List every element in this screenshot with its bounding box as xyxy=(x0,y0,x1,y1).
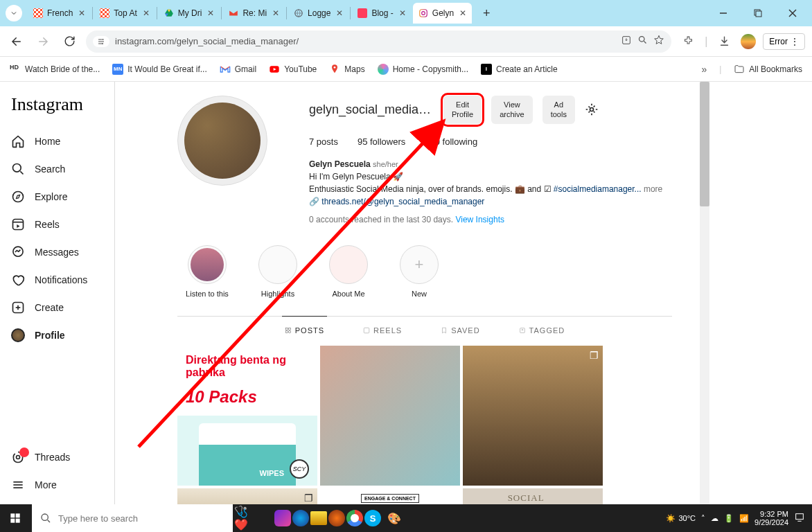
tab-posts[interactable]: POSTS xyxy=(282,316,327,344)
new-tab-button[interactable]: + xyxy=(477,4,495,22)
bookmark-maps[interactable]: Maps xyxy=(329,64,364,75)
profile-picture[interactable]: Note... xyxy=(177,96,267,186)
highlight-about[interactable]: About Me xyxy=(326,245,371,298)
tray-wifi-icon[interactable]: 📶 xyxy=(739,514,749,523)
maximize-button[interactable] xyxy=(744,3,772,24)
nav-messages[interactable]: Messages xyxy=(6,238,109,266)
highlight-highlights[interactable]: Highlights xyxy=(255,245,301,298)
error-button[interactable]: Error ⋮ xyxy=(763,33,805,50)
extensions-button[interactable] xyxy=(678,32,698,51)
nav-more[interactable]: More xyxy=(6,471,109,499)
zoom-icon[interactable] xyxy=(637,35,648,48)
tab-instagram-active[interactable]: Gelyn✕ xyxy=(413,3,472,24)
settings-gear-icon[interactable] xyxy=(585,103,599,116)
nav-notifications[interactable]: Notifications xyxy=(6,266,109,294)
tab-tagged[interactable]: TAGGED xyxy=(516,317,568,344)
highlight-new[interactable]: +New xyxy=(396,245,442,298)
nav-reels[interactable]: Reels xyxy=(6,211,109,238)
close-icon[interactable]: ✕ xyxy=(207,8,214,18)
downloads-button[interactable] xyxy=(714,32,734,51)
nav-explore[interactable]: Explore xyxy=(6,183,109,211)
instagram-logo[interactable]: Instagram xyxy=(6,91,109,127)
nav-create[interactable]: Create xyxy=(6,294,109,321)
tab-gmail[interactable]: Re: Mi✕ xyxy=(223,3,285,24)
taskbar-health-icon[interactable]: 🩺❤️ xyxy=(234,506,258,530)
post-5[interactable]: ENGAGE & CONNECTWITH xyxy=(320,488,460,504)
tray-battery-icon[interactable]: 🔋 xyxy=(724,514,734,523)
bookmarks-overflow[interactable]: » xyxy=(701,64,707,75)
close-icon[interactable]: ✕ xyxy=(78,8,85,18)
stat-posts[interactable]: 7 posts xyxy=(309,136,338,147)
profile-avatar-button[interactable] xyxy=(741,34,756,49)
bookmark-article[interactable]: ICreate an Article xyxy=(481,64,558,75)
nav-profile[interactable]: Profile xyxy=(6,321,109,349)
bookmark-great[interactable]: MNIt Would Be Great if... xyxy=(112,64,207,75)
bio-more[interactable]: more xyxy=(644,184,662,194)
close-icon[interactable]: ✕ xyxy=(336,8,343,18)
ad-tools-button[interactable]: Ad tools xyxy=(542,96,575,124)
view-insights-link[interactable]: View Insights xyxy=(455,215,504,224)
post-2[interactable] xyxy=(320,346,460,486)
taskbar-copilot-icon[interactable] xyxy=(274,510,291,526)
back-button[interactable] xyxy=(7,32,26,51)
view-archive-button[interactable]: View archive xyxy=(491,96,532,124)
bio-hashtag[interactable]: #socialmediamanager... xyxy=(554,184,642,194)
close-window-button[interactable] xyxy=(779,3,806,24)
taskbar-explorer-icon[interactable] xyxy=(310,511,327,525)
tab-logged[interactable]: Logge✕ xyxy=(288,3,348,24)
tab-blog[interactable]: Blog -✕ xyxy=(352,3,411,24)
post-4[interactable]: ❐ xyxy=(177,488,317,504)
taskbar-paint-icon[interactable]: 🎨 xyxy=(382,506,406,530)
youtube-icon xyxy=(269,64,280,75)
close-icon[interactable]: ✕ xyxy=(143,8,150,18)
close-icon[interactable]: ✕ xyxy=(459,8,466,18)
bio-link[interactable]: threads.net/@gelyn_social_media_manager xyxy=(321,197,484,206)
post-3[interactable]: ❐ xyxy=(463,346,603,486)
close-icon[interactable]: ✕ xyxy=(399,8,406,18)
tab-reels[interactable]: REELS xyxy=(360,317,405,344)
reload-button[interactable] xyxy=(60,32,79,51)
minimize-button[interactable] xyxy=(709,3,737,24)
tab-french[interactable]: French✕ xyxy=(28,3,91,24)
address-bar[interactable]: instagram.com/gelyn_social_media_manager… xyxy=(86,30,671,53)
bookmark-youtube[interactable]: YouTube xyxy=(269,64,317,75)
post-1[interactable]: Direktang benta ng pabrika10 PacksWIPESS… xyxy=(177,346,317,486)
highlight-listen[interactable]: Listen to this xyxy=(184,245,230,298)
note-bubble[interactable]: Note... xyxy=(177,96,202,105)
taskbar-clock[interactable]: 9:32 PM9/29/2024 xyxy=(754,510,788,526)
tray-notifications-icon[interactable] xyxy=(794,512,805,524)
drive-icon xyxy=(164,8,174,18)
tab-top[interactable]: Top At✕ xyxy=(94,3,155,24)
tab-drive[interactable]: My Dri✕ xyxy=(159,3,220,24)
bookmark-gmail[interactable]: Gmail xyxy=(220,64,256,75)
bookmark-copysmith[interactable]: Home - Copysmith... xyxy=(378,64,468,75)
stat-followers[interactable]: 95 followers xyxy=(358,136,405,147)
bookmark-star-icon[interactable] xyxy=(653,35,664,48)
nav-search[interactable]: Search xyxy=(6,155,109,183)
scrollbar-thumb[interactable] xyxy=(700,82,709,206)
site-info-chip[interactable] xyxy=(93,36,109,47)
taskbar-chrome-icon[interactable] xyxy=(346,510,363,526)
stat-following[interactable]: 710 following xyxy=(425,136,477,147)
scrollbar[interactable] xyxy=(700,82,709,504)
svg-rect-37 xyxy=(10,513,15,517)
close-icon[interactable]: ✕ xyxy=(272,8,279,18)
taskbar-skype-icon[interactable]: S xyxy=(364,510,381,526)
all-bookmarks-button[interactable]: All Bookmarks xyxy=(734,64,802,75)
post-6[interactable]: SOCIAL MEDIA MANAGER xyxy=(463,488,603,504)
nav-home[interactable]: Home xyxy=(6,127,109,155)
start-button[interactable] xyxy=(0,504,30,532)
taskbar-firefox-dev-icon[interactable] xyxy=(292,510,309,526)
weather-widget[interactable]: ☀️30°C xyxy=(666,514,696,523)
taskbar-search[interactable]: Type here to search xyxy=(32,504,233,532)
tab-saved[interactable]: SAVED xyxy=(438,317,482,344)
tray-onedrive-icon[interactable]: ☁ xyxy=(711,514,718,523)
install-icon[interactable] xyxy=(621,35,632,48)
tabs-dropdown[interactable] xyxy=(6,5,22,21)
forward-button[interactable] xyxy=(33,32,53,51)
taskbar-firefox-icon[interactable] xyxy=(328,510,345,526)
tray-chevron-icon[interactable]: ˄ xyxy=(701,514,705,523)
nav-threads[interactable]: Threads xyxy=(6,443,109,471)
edit-profile-button[interactable]: Edit Profile xyxy=(443,96,482,124)
bookmark-bride[interactable]: HDWatch Bride of the... xyxy=(10,64,100,75)
